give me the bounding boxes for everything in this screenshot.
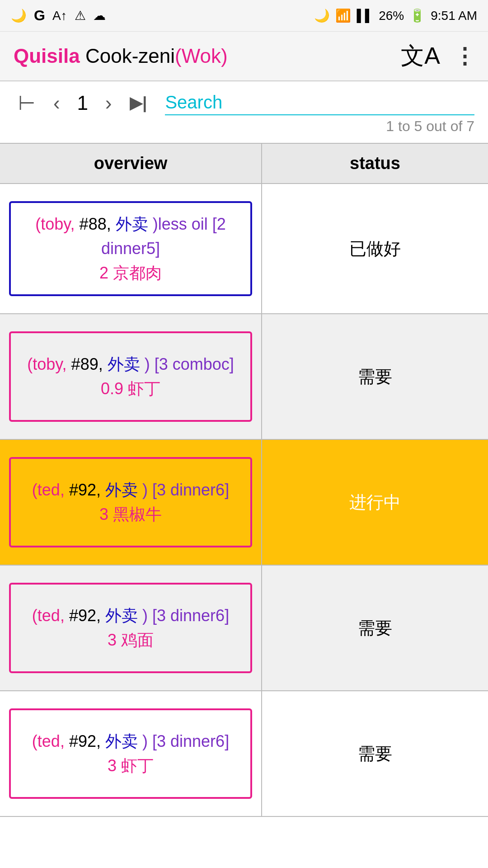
title-black: Cook-zeni <box>80 45 175 67</box>
signal-icon: ▌▌ <box>357 9 373 23</box>
pagination-range: 1 to 5 out of 7 <box>14 115 474 139</box>
overview-item-4: 3 鸡面 <box>108 628 154 652</box>
font-icon: A↑ <box>52 9 67 23</box>
status-cell-2: 需要 <box>262 314 488 439</box>
overview-customer-5: (ted, <box>32 732 65 750</box>
status-left-icons: 🌙 G A↑ ⚠ ☁ <box>11 7 106 24</box>
time: 9:51 AM <box>431 9 477 23</box>
overview-customer-2: (toby, <box>27 355 66 373</box>
app-header: Quisila Cook-zeni(Wok) 文A ⋮ <box>0 32 488 81</box>
overview-border-2: (toby, #89, 外卖 ) [3 comboc] 0.9 虾丁 <box>9 331 252 422</box>
overview-border-5: (ted, #92, 外卖 ) [3 dinner6] 3 虾丁 <box>9 708 252 799</box>
wifi-icon: 📶 <box>335 8 351 23</box>
first-page-button[interactable]: ⊢ <box>14 93 40 113</box>
table-row[interactable]: (toby, #89, 外卖 ) [3 comboc] 0.9 虾丁 需要 <box>0 314 488 440</box>
overview-item-2: 0.9 虾丁 <box>101 377 160 401</box>
orders-table: overview status (toby, #88, 外卖 )less oil… <box>0 143 488 817</box>
pagination-bar: ⊢ ‹ 1 › ▶| 1 to 5 out of 7 <box>0 81 488 143</box>
app-title: Quisila Cook-zeni(Wok) <box>14 45 228 67</box>
overview-border-1: (toby, #88, 外卖 )less oil [2 dinner5] 2 京… <box>9 201 252 296</box>
battery-icon: 🔋 <box>409 8 425 23</box>
status-cell-4: 需要 <box>262 566 488 690</box>
overview-customer-4: (ted, <box>32 606 65 625</box>
overview-line1-4: (ted, #92, 外卖 ) [3 dinner6] <box>32 604 229 628</box>
status-bar: 🌙 G A↑ ⚠ ☁ 🌙 📶 ▌▌ 26% 🔋 9:51 AM <box>0 0 488 32</box>
overview-border-4: (ted, #92, 外卖 ) [3 dinner6] 3 鸡面 <box>9 583 252 673</box>
moon-icon: 🌙 <box>11 8 27 23</box>
status-cell-1: 已做好 <box>262 184 488 313</box>
overview-customer-1: (toby, <box>35 215 75 233</box>
overview-border-3: (ted, #92, 外卖 ) [3 dinner6] 3 黑椒牛 <box>9 457 252 547</box>
overview-item-3: 3 黑椒牛 <box>99 502 162 527</box>
overview-type-4: 外卖 <box>105 606 138 625</box>
overview-line1-3: (ted, #92, 外卖 ) [3 dinner6] <box>32 478 229 502</box>
overview-detail-2: ) [3 comboc] <box>145 355 234 373</box>
overview-order-4: #92, <box>69 606 105 625</box>
table-header: overview status <box>0 144 488 184</box>
google-icon: G <box>34 7 45 24</box>
overview-type-2: 外卖 <box>108 355 140 373</box>
overview-detail-4: ) [3 dinner6] <box>142 606 229 625</box>
more-menu-icon[interactable]: ⋮ <box>454 43 474 69</box>
overview-line1-2: (toby, #89, 外卖 ) [3 comboc] <box>27 352 234 377</box>
overview-cell-4: (ted, #92, 外卖 ) [3 dinner6] 3 鸡面 <box>0 566 262 690</box>
table-row[interactable]: (ted, #92, 外卖 ) [3 dinner6] 3 鸡面 需要 <box>0 566 488 691</box>
overview-cell-1: (toby, #88, 外卖 )less oil [2 dinner5] 2 京… <box>0 184 262 313</box>
warning-icon: ⚠ <box>75 8 86 23</box>
overview-detail-5: ) [3 dinner6] <box>142 732 229 750</box>
table-row[interactable]: (toby, #88, 外卖 )less oil [2 dinner5] 2 京… <box>0 184 488 314</box>
header-status: status <box>262 144 488 183</box>
overview-line1-1: (toby, #88, 外卖 )less oil [2 dinner5] <box>20 212 241 261</box>
overview-cell-3: (ted, #92, 外卖 ) [3 dinner6] 3 黑椒牛 <box>0 440 262 565</box>
overview-customer-3: (ted, <box>32 481 65 499</box>
overview-item-1: 2 京都肉 <box>99 261 162 285</box>
status-text-2: 需要 <box>358 365 392 388</box>
overview-detail-3: ) [3 dinner6] <box>142 481 229 499</box>
overview-cell-2: (toby, #89, 外卖 ) [3 comboc] 0.9 虾丁 <box>0 314 262 439</box>
status-right-info: 🌙 📶 ▌▌ 26% 🔋 9:51 AM <box>314 8 477 23</box>
cloud-icon: ☁ <box>93 8 106 23</box>
status-text-5: 需要 <box>358 742 392 765</box>
alarm-icon: 🌙 <box>314 8 330 23</box>
status-cell-3: 进行中 <box>262 440 488 565</box>
overview-order-5: #92, <box>69 732 105 750</box>
overview-order-2: #89, <box>71 355 108 373</box>
pagination-controls-row: ⊢ ‹ 1 › ▶| <box>14 90 474 115</box>
status-text-4: 需要 <box>358 617 392 640</box>
translate-icon[interactable]: 文A <box>401 40 440 72</box>
overview-order-3: #92, <box>69 481 105 499</box>
overview-order-1: #88, <box>80 215 116 233</box>
overview-type-5: 外卖 <box>105 732 138 750</box>
header-actions: 文A ⋮ <box>401 40 474 72</box>
title-pink: Quisila <box>14 45 80 67</box>
overview-item-5: 3 虾丁 <box>108 754 154 778</box>
overview-type-1: 外卖 <box>116 215 148 233</box>
last-page-button[interactable]: ▶| <box>125 95 151 111</box>
search-input[interactable] <box>165 90 474 115</box>
overview-line1-5: (ted, #92, 外卖 ) [3 dinner6] <box>32 729 229 754</box>
overview-type-3: 外卖 <box>105 481 138 499</box>
pagination-controls: ⊢ ‹ 1 › ▶| <box>14 92 151 114</box>
prev-page-button[interactable]: ‹ <box>49 93 65 113</box>
next-page-button[interactable]: › <box>101 93 117 113</box>
title-wok: (Wok) <box>175 45 228 67</box>
status-text-3: 进行中 <box>349 491 401 514</box>
current-page: 1 <box>74 92 92 114</box>
table-row[interactable]: (ted, #92, 外卖 ) [3 dinner6] 3 虾丁 需要 <box>0 691 488 817</box>
status-cell-5: 需要 <box>262 691 488 816</box>
header-overview: overview <box>0 144 262 183</box>
overview-cell-5: (ted, #92, 外卖 ) [3 dinner6] 3 虾丁 <box>0 691 262 816</box>
battery-percent: 26% <box>379 9 404 23</box>
status-text-1: 已做好 <box>349 237 401 260</box>
table-row[interactable]: (ted, #92, 外卖 ) [3 dinner6] 3 黑椒牛 进行中 <box>0 440 488 566</box>
